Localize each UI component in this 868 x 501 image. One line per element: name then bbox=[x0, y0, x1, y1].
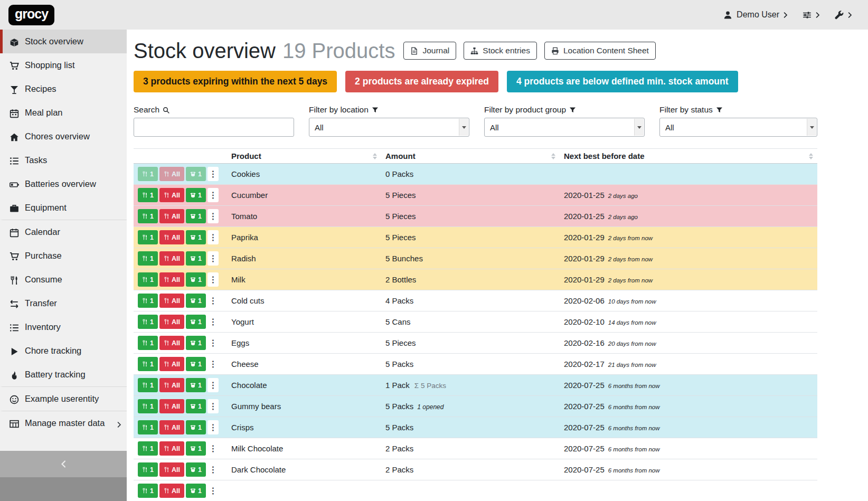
open-one-button[interactable]: 1 bbox=[186, 420, 206, 434]
consume-all-button[interactable]: All bbox=[159, 357, 184, 371]
banner-expired[interactable]: 2 products are already expired bbox=[345, 71, 498, 92]
location-select[interactable]: All bbox=[309, 118, 469, 137]
open-one-button[interactable]: 1 bbox=[186, 251, 206, 266]
consume-all-button[interactable]: All bbox=[159, 441, 184, 456]
row-menu-button[interactable]: ⋮ bbox=[207, 272, 219, 287]
status-select[interactable]: All bbox=[659, 118, 817, 137]
consume-one-button[interactable]: 1 bbox=[138, 209, 158, 223]
sidebar-item-equipment[interactable]: Equipment bbox=[0, 196, 127, 220]
location-content-sheet-button[interactable]: Location Content Sheet bbox=[544, 42, 656, 60]
row-menu-button[interactable]: ⋮ bbox=[207, 420, 219, 434]
consume-one-button[interactable]: 1 bbox=[138, 230, 158, 244]
search-input[interactable] bbox=[134, 118, 294, 137]
row-menu-button[interactable]: ⋮ bbox=[207, 336, 219, 350]
stock-entries-button[interactable]: Stock entries bbox=[464, 42, 537, 60]
sidebar-item-stock-overview[interactable]: Stock overview bbox=[0, 30, 127, 53]
open-one-button[interactable]: 1 bbox=[186, 357, 206, 371]
row-menu-button[interactable]: ⋮ bbox=[207, 188, 219, 202]
open-one-button[interactable]: 1 bbox=[186, 272, 206, 287]
consume-one-button[interactable]: 1 bbox=[138, 294, 158, 308]
grocy-logo[interactable]: grocy bbox=[8, 5, 54, 25]
consume-all-button[interactable]: All bbox=[159, 315, 184, 329]
consume-one-button[interactable]: 1 bbox=[138, 188, 158, 202]
sidebar-item-transfer[interactable]: Transfer bbox=[0, 291, 127, 315]
sidebar-item-purchase[interactable]: Purchase bbox=[0, 244, 127, 268]
row-menu-button[interactable]: ⋮ bbox=[207, 167, 219, 181]
banner-below-min-stock[interactable]: 4 products are below defined min. stock … bbox=[507, 71, 738, 92]
row-menu-button[interactable]: ⋮ bbox=[207, 462, 219, 477]
consume-all-button[interactable]: All bbox=[159, 336, 184, 350]
open-one-button[interactable]: 1 bbox=[186, 167, 206, 181]
sidebar-item-example-userentity[interactable]: Example userentity bbox=[0, 386, 127, 411]
sidebar-collapse-button[interactable] bbox=[0, 451, 127, 477]
date-note: 2 days from now bbox=[608, 277, 653, 283]
consume-one-button[interactable]: 1 bbox=[138, 357, 158, 371]
consume-all-button[interactable]: All bbox=[159, 230, 184, 244]
row-menu-button[interactable]: ⋮ bbox=[207, 209, 219, 223]
consume-one-button[interactable]: 1 bbox=[138, 441, 158, 456]
consume-one-button[interactable]: 1 bbox=[138, 484, 158, 498]
open-one-button[interactable]: 1 bbox=[186, 484, 206, 498]
column-amount[interactable]: Amount bbox=[381, 149, 560, 164]
sidebar-item-chore-tracking[interactable]: Chore tracking bbox=[0, 339, 127, 363]
consume-all-button[interactable]: All bbox=[159, 399, 184, 413]
consume-one-button[interactable]: 1 bbox=[138, 167, 158, 181]
open-one-button[interactable]: 1 bbox=[186, 294, 206, 308]
sidebar-item-calendar[interactable]: Calendar bbox=[0, 220, 127, 244]
column-next-best-before-date[interactable]: Next best before date bbox=[560, 149, 817, 164]
journal-button[interactable]: Journal bbox=[403, 42, 456, 60]
sidebar-item-recipes[interactable]: Recipes bbox=[0, 77, 127, 101]
consume-all-button[interactable]: All bbox=[159, 420, 184, 434]
consume-one-button[interactable]: 1 bbox=[138, 336, 158, 350]
consume-one-button[interactable]: 1 bbox=[138, 315, 158, 329]
open-one-button[interactable]: 1 bbox=[186, 315, 206, 329]
user-menu[interactable]: Demo User bbox=[723, 10, 788, 20]
open-one-button[interactable]: 1 bbox=[186, 399, 206, 413]
consume-one-button[interactable]: 1 bbox=[138, 462, 158, 477]
consume-one-button[interactable]: 1 bbox=[138, 399, 158, 413]
open-one-button[interactable]: 1 bbox=[186, 188, 206, 202]
consume-all-button[interactable]: All bbox=[159, 462, 184, 477]
sidebar-item-battery-tracking[interactable]: Battery tracking bbox=[0, 363, 127, 386]
row-menu-button[interactable]: ⋮ bbox=[207, 294, 219, 308]
consume-one-button[interactable]: 1 bbox=[138, 272, 158, 287]
sidebar-item-consume[interactable]: Consume bbox=[0, 268, 127, 291]
consume-all-button[interactable]: All bbox=[159, 378, 184, 392]
row-menu-button[interactable]: ⋮ bbox=[207, 230, 219, 244]
sidebar-item-tasks[interactable]: Tasks bbox=[0, 148, 127, 172]
sidebar-item-chores-overview[interactable]: Chores overview bbox=[0, 125, 127, 148]
consume-all-button[interactable]: All bbox=[159, 188, 184, 202]
open-one-button[interactable]: 1 bbox=[186, 462, 206, 477]
row-menu-button[interactable]: ⋮ bbox=[207, 484, 219, 498]
consume-one-button[interactable]: 1 bbox=[138, 251, 158, 266]
settings-menu[interactable] bbox=[803, 11, 820, 20]
product-group-select[interactable]: All bbox=[484, 118, 645, 137]
row-menu-button[interactable]: ⋮ bbox=[207, 378, 219, 392]
consume-all-button[interactable]: All bbox=[159, 251, 184, 266]
open-one-button[interactable]: 1 bbox=[186, 336, 206, 350]
row-menu-button[interactable]: ⋮ bbox=[207, 441, 219, 456]
banner-expiring[interactable]: 3 products expiring within the next 5 da… bbox=[134, 71, 337, 92]
open-one-button[interactable]: 1 bbox=[186, 230, 206, 244]
sidebar-item-batteries-overview[interactable]: Batteries overview bbox=[0, 172, 127, 196]
row-menu-button[interactable]: ⋮ bbox=[207, 251, 219, 266]
consume-all-button[interactable]: All bbox=[159, 209, 184, 223]
consume-all-button[interactable]: All bbox=[159, 167, 184, 181]
consume-all-button[interactable]: All bbox=[159, 294, 184, 308]
consume-one-button[interactable]: 1 bbox=[138, 378, 158, 392]
admin-menu[interactable] bbox=[835, 11, 852, 20]
sidebar-item-meal-plan[interactable]: Meal plan bbox=[0, 101, 127, 125]
column-product[interactable]: Product bbox=[227, 149, 381, 164]
open-one-button[interactable]: 1 bbox=[186, 209, 206, 223]
row-menu-button[interactable]: ⋮ bbox=[207, 315, 219, 329]
sidebar-item-manage-master-data[interactable]: Manage master data bbox=[0, 411, 127, 435]
consume-one-button[interactable]: 1 bbox=[138, 420, 158, 434]
consume-all-button[interactable]: All bbox=[159, 272, 184, 287]
row-menu-button[interactable]: ⋮ bbox=[207, 357, 219, 371]
consume-all-button[interactable]: All bbox=[159, 484, 184, 498]
sidebar-item-shopping-list[interactable]: Shopping list bbox=[0, 53, 127, 77]
open-one-button[interactable]: 1 bbox=[186, 378, 206, 392]
open-one-button[interactable]: 1 bbox=[186, 441, 206, 456]
row-menu-button[interactable]: ⋮ bbox=[207, 399, 219, 413]
sidebar-item-inventory[interactable]: Inventory bbox=[0, 315, 127, 339]
